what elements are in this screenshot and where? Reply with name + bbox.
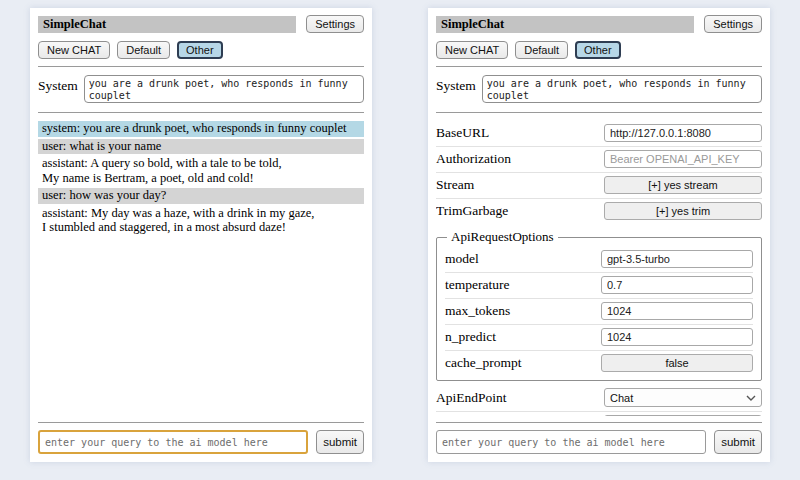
header: SimpleChat Settings (436, 15, 762, 33)
setting-row: temperature 0.7 0.7 (445, 273, 753, 299)
setting-row: cache_prompt false false (445, 351, 753, 376)
app-title-bar: SimpleChat (436, 16, 694, 33)
chat-message: user: what is your name (38, 139, 364, 155)
setting-input[interactable] (601, 328, 753, 346)
query-input[interactable] (436, 430, 706, 454)
setting-label: Stream (436, 177, 474, 193)
settings-button[interactable]: Settings (306, 15, 364, 33)
session-button[interactable]: Default (515, 41, 568, 59)
stage: SimpleChat Settings New CHAT Default Oth… (0, 0, 800, 462)
setting-input[interactable] (601, 302, 753, 320)
settings-list: BaseURL http://127.0.0.1:8080 http://127… (436, 121, 762, 416)
chat-panel: SimpleChat Settings New CHAT Default Oth… (30, 8, 372, 462)
setting-row: ApiEndPoint Chat Chat (436, 385, 762, 412)
settings-panel: SimpleChat Settings New CHAT Default Oth… (428, 8, 770, 462)
setting-input[interactable] (604, 124, 762, 142)
setting-label: ApiEndPoint (436, 390, 507, 406)
app-title-bar: SimpleChat (38, 16, 296, 33)
new-chat-button[interactable]: New CHAT (436, 41, 508, 59)
query-bar: submit (38, 422, 364, 454)
chat-message: assistant: A query so bold, with a tale … (38, 156, 364, 186)
session-buttons: Default Other (117, 41, 222, 59)
query-bar: submit (436, 422, 762, 454)
setting-row: BaseURL http://127.0.0.1:8080 http://127… (436, 121, 762, 147)
system-prompt-row: System you are a drunk poet, who respond… (436, 75, 762, 103)
setting-row: TrimGarbage [+] yes trim [+] yes trim (436, 199, 762, 224)
api-request-options-fieldset: ApiRequestOptions model gpt-3.5-turbo gp… (436, 229, 762, 381)
header: SimpleChat Settings (38, 15, 364, 33)
session-buttons: Default Other (515, 41, 620, 59)
setting-label: TrimGarbage (436, 203, 508, 219)
divider (436, 66, 762, 67)
chat-history: system: you are a drunk poet, who respon… (38, 121, 364, 416)
setting-label: temperature (445, 277, 509, 293)
setting-row: max_tokens 1024 1024 (445, 299, 753, 325)
new-chat-button[interactable]: New CHAT (38, 41, 110, 59)
system-prompt-row: System you are a drunk poet, who respond… (38, 75, 364, 103)
system-prompt-label: System (38, 75, 78, 94)
setting-label: max_tokens (445, 303, 510, 319)
submit-button[interactable]: submit (714, 430, 762, 454)
setting-row: ChatHistoryInCtxt Last1 Last1 (436, 412, 762, 416)
setting-row: Stream [+] yes stream [+] yes stream (436, 173, 762, 199)
setting-label: n_predict (445, 329, 496, 345)
settings-rows-bottom: ApiEndPoint Chat Chat ChatHistoryInCtxt … (436, 385, 762, 416)
session-button[interactable]: Other (575, 41, 621, 59)
api-request-options-legend: ApiRequestOptions (447, 229, 558, 245)
chat-message: assistant: My day was a haze, with a dri… (38, 206, 364, 236)
api-request-options-rows: model gpt-3.5-turbo gpt-3.5-turbo temper… (445, 247, 753, 376)
setting-input[interactable] (604, 150, 762, 168)
chevron-down-icon (746, 395, 756, 401)
chat-message: system: you are a drunk poet, who respon… (38, 121, 364, 137)
settings-button[interactable]: Settings (704, 15, 762, 33)
toolbar: New CHAT Default Other (38, 41, 364, 59)
setting-select[interactable]: Chat (604, 388, 762, 407)
setting-toggle-button[interactable]: [+] yes trim (604, 202, 762, 220)
setting-row: model gpt-3.5-turbo gpt-3.5-turbo (445, 247, 753, 273)
app-title: SimpleChat (43, 17, 106, 31)
submit-button[interactable]: submit (316, 430, 364, 454)
setting-input[interactable] (601, 250, 753, 268)
setting-row: Authorization (436, 147, 762, 173)
settings-rows-top: BaseURL http://127.0.0.1:8080 http://127… (436, 121, 762, 224)
session-button[interactable]: Other (177, 41, 223, 59)
chat-message: user: how was your day? (38, 188, 364, 204)
setting-label: model (445, 251, 479, 267)
divider (38, 112, 364, 113)
setting-toggle-button[interactable]: [+] yes stream (604, 176, 762, 194)
setting-label: Authorization (436, 151, 511, 167)
app-title: SimpleChat (441, 17, 504, 31)
setting-label: BaseURL (436, 125, 489, 141)
divider (38, 66, 364, 67)
setting-row: n_predict 1024 1024 (445, 325, 753, 351)
system-prompt-textarea[interactable]: you are a drunk poet, who responds in fu… (482, 75, 762, 103)
toolbar: New CHAT Default Other (436, 41, 762, 59)
setting-input[interactable] (601, 276, 753, 294)
session-button[interactable]: Default (117, 41, 170, 59)
setting-label: cache_prompt (445, 355, 521, 371)
setting-toggle-button[interactable]: false (601, 354, 753, 372)
divider (436, 112, 762, 113)
query-input[interactable] (38, 430, 308, 454)
setting-select[interactable]: Last1 (604, 415, 762, 416)
setting-select-value: Chat (610, 392, 633, 404)
system-prompt-label: System (436, 75, 476, 94)
system-prompt-textarea[interactable]: you are a drunk poet, who responds in fu… (84, 75, 364, 103)
